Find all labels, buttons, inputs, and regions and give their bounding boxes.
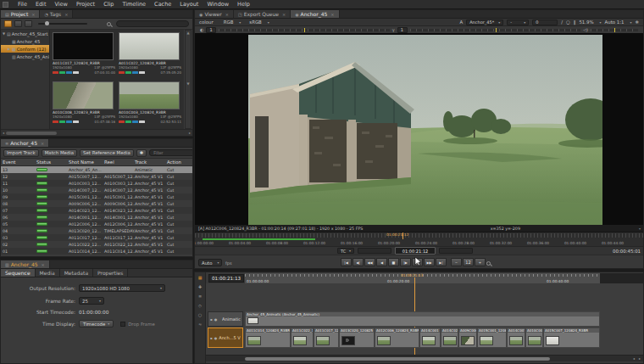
event-row-01[interactable]: 01A011C014_12...A011C014_12...Anchor_45 … xyxy=(1,248,192,255)
set-reference-media-button[interactable]: Set Reference Media xyxy=(80,149,134,157)
tab-export-queue[interactable]: ◳Export Queue× xyxy=(234,10,291,18)
volume-icon[interactable]: ◁) xyxy=(583,27,588,32)
tc-mode-select[interactable]: TC▾ xyxy=(337,248,354,254)
eye-icon[interactable]: ● xyxy=(214,336,218,340)
slip-icon[interactable]: ≡ xyxy=(198,294,202,299)
tree-item-anchor-45-anim-[interactable]: ▥Anchor_45_Anim... xyxy=(1,53,49,60)
bin-clip[interactable]: A010C008_120823_R3BR1920x108013F @25FPS0… xyxy=(51,80,117,129)
timeline-clip[interactable]: A011C022_1 xyxy=(291,328,314,348)
play-backward-button[interactable]: ◀◀ xyxy=(364,258,375,266)
multitool-icon[interactable]: ▦ xyxy=(198,275,203,280)
event-row-02[interactable]: 02A011C022_12...A011C022_12...Anchor_45 … xyxy=(1,241,192,248)
timeline-horizontal-scrollbar[interactable]: ◂ ▸ xyxy=(206,355,643,361)
retime-icon[interactable]: ≈ xyxy=(198,322,202,327)
event-row-09[interactable]: 09A015C001_12...A015C001_12...Anchor_45 … xyxy=(1,193,192,200)
display-lut-select[interactable]: sRGB xyxy=(249,20,261,25)
timeline-clip[interactable]: A014C007 xyxy=(507,328,525,348)
fps-mode-select[interactable]: Auto▾ xyxy=(198,259,222,266)
tab-project[interactable]: ▤Project× xyxy=(1,10,40,18)
timeline-clip[interactable]: A011C014_120824_R3BR xyxy=(245,328,291,348)
timeline-clip[interactable]: A014C001 xyxy=(419,328,441,348)
column-header-action[interactable]: Action xyxy=(167,160,192,165)
timeline-clip[interactable]: A015C007_120824_R3BR xyxy=(543,328,600,348)
tab-anchor-45-sequence[interactable]: ▥ Anchor_45 × xyxy=(1,260,50,268)
goto-start-button[interactable]: |◀ xyxy=(341,258,352,266)
lock-icon[interactable]: ▪ xyxy=(210,317,213,322)
tree-item-anchor-45-start-14-[interactable]: ▼▤Anchor_45_Start (14) xyxy=(1,30,49,37)
zoom-tool-icon[interactable] xyxy=(486,261,491,266)
event-row-11[interactable]: 11A010C003_12...A010C003_12...Anchor_45 … xyxy=(1,180,192,187)
timeline-clip[interactable]: A011C017_120 xyxy=(314,328,339,348)
time-display-button[interactable]: Timecode▾ xyxy=(79,320,114,328)
step-back-button[interactable]: ◀ xyxy=(376,258,387,266)
mask-icon[interactable]: ○ xyxy=(566,20,570,25)
timeline-ruler[interactable]: 01:00:00:00 01:00:20:00 01:00:40:00 01:0… xyxy=(245,273,644,283)
out-point-field[interactable] xyxy=(439,248,473,254)
tab-anchor_45[interactable]: ◉Anchor_45× xyxy=(291,10,339,18)
event-row-04[interactable]: 04A013C020_12...TIMELAPSEDAY...Anchor_45… xyxy=(1,227,192,234)
prev-edit-button[interactable]: ◀| xyxy=(353,258,364,266)
frame-increment-field[interactable]: 12 xyxy=(463,258,474,266)
close-icon[interactable]: × xyxy=(225,12,229,17)
lock-icon[interactable]: ▪ xyxy=(210,336,213,340)
menu-item-clip[interactable]: Clip xyxy=(99,1,118,8)
timeline-clip[interactable]: A012C006_120824_R3BR xyxy=(375,328,419,348)
clip-thumbnail[interactable] xyxy=(53,81,114,109)
menu-item-window[interactable]: Window xyxy=(203,1,233,8)
timeline-clip[interactable]: A015C001_120823 xyxy=(477,328,507,348)
menu-item-edit[interactable]: Edit xyxy=(31,1,51,8)
event-row-10[interactable]: 10A014C007_12...A014C007_12...Anchor_45 … xyxy=(1,187,192,193)
fast-forward-button[interactable]: ▶▶ xyxy=(424,258,435,266)
tree-item-anchor-45[interactable]: ▦Anchor_45 xyxy=(1,37,49,45)
timeline-clip[interactable]: A009C006_1 xyxy=(458,328,477,348)
scroll-thumb[interactable] xyxy=(6,132,57,135)
event-row-08[interactable]: 08A009C006_12...A009C006_12...Anchor_45 … xyxy=(1,200,192,207)
tab-tags[interactable]: ◔Tags× xyxy=(40,10,73,18)
viewer-settings-icon[interactable]: ✱ xyxy=(635,20,639,25)
decrement-button[interactable]: − xyxy=(451,258,462,266)
gain-value-field[interactable]: 1 xyxy=(206,27,216,33)
timeline-clip[interactable]: Anchor_45_Animatic (Anchor_45_Animatic) xyxy=(245,311,600,327)
tab-anchor-45-spreadsheet[interactable]: ≡ Anchor_45 × xyxy=(1,139,49,147)
increment-button[interactable]: + xyxy=(475,258,486,266)
pause-icon[interactable]: ‖ xyxy=(574,20,576,25)
zoom-level-select[interactable]: 51.9% xyxy=(579,20,593,25)
track-header-animatic[interactable]: ▪●Animatic xyxy=(208,311,243,327)
bin-clip[interactable]: A011C022_120824_R3BR1920x108012F @25FPS0… xyxy=(117,31,183,80)
column-header-status[interactable]: Status xyxy=(36,160,69,165)
wipe-value-field[interactable]: 0 xyxy=(532,20,558,25)
timeline-current-timecode[interactable]: 01:00:21:13 xyxy=(208,274,244,283)
drop-frame-checkbox[interactable] xyxy=(120,322,125,327)
event-row-12[interactable]: 12A015C007_12...A015C007_12...Anchor_45 … xyxy=(1,173,192,180)
timeline-clip[interactable]: A013C020_120825 xyxy=(339,328,375,348)
tab-sequence[interactable]: Sequence xyxy=(1,269,36,277)
menu-item-cache[interactable]: Cache xyxy=(150,1,175,8)
menu-item-file[interactable]: File xyxy=(14,1,31,8)
close-icon[interactable]: × xyxy=(42,262,45,267)
thumbnail-size-slider[interactable] xyxy=(38,23,87,25)
tree-item-conform-12-[interactable]: ▶▦Conform (12) xyxy=(1,45,49,53)
close-icon[interactable]: × xyxy=(282,12,286,17)
filter-input[interactable] xyxy=(149,149,193,156)
spreadsheet-settings-button[interactable]: ✱ xyxy=(136,149,147,157)
bin-clip[interactable]: A010C003_120824_R3BR1920x108013F @25FPS0… xyxy=(117,80,183,129)
move-icon[interactable]: ✚ xyxy=(198,284,202,289)
input-clip-select[interactable]: Anchor_45*▾ xyxy=(466,20,503,25)
close-icon[interactable]: × xyxy=(330,12,334,17)
column-header-event[interactable]: Event xyxy=(3,160,36,165)
event-row-05[interactable]: 05A012C006_12...A012C006_12...Anchor_45 … xyxy=(1,221,192,227)
bin-horizontal-scrollbar[interactable]: ◂▸ xyxy=(1,129,192,136)
view-grid-button[interactable] xyxy=(4,20,12,27)
tab-properties[interactable]: Properties xyxy=(93,269,128,277)
view-detail-button[interactable] xyxy=(25,20,32,27)
viewer-canvas[interactable] xyxy=(195,33,644,225)
playhead-marker[interactable] xyxy=(414,277,415,283)
event-row-13[interactable]: 13Anchor_45_An...AnimaticCut xyxy=(1,166,192,173)
bin-clip[interactable]: A011C017_120824_R3BR1920x108013F @25FPS0… xyxy=(51,31,117,80)
step-forward-button[interactable]: |▶ xyxy=(400,258,411,266)
info-expand-icon[interactable]: ▾ xyxy=(639,227,641,231)
clip-thumbnail[interactable] xyxy=(119,32,180,60)
wipe-tool-icon[interactable]: ∕ xyxy=(561,20,563,25)
clip-thumbnail[interactable] xyxy=(119,81,180,109)
scroll-left-icon[interactable]: ◂ xyxy=(633,356,635,361)
